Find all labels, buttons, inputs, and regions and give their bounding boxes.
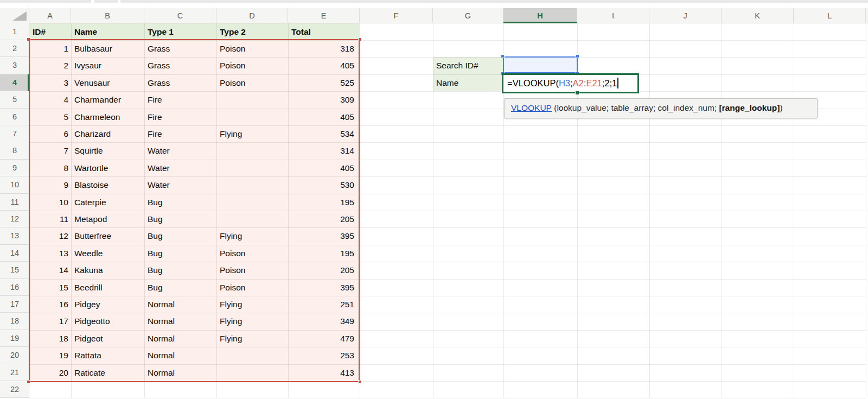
range-handle-bottom-left[interactable] (27, 380, 30, 384)
function-hint-tooltip: VLOOKUP (lookup_value; table_array; col_… (504, 98, 818, 118)
reference-handle-top-left[interactable] (501, 54, 505, 58)
formula-segment: =VLOOKUP( (507, 78, 559, 88)
range-handle-top-right[interactable] (358, 37, 362, 41)
tooltip-signature-text: (lookup_value; table_array; col_index_nu… (552, 103, 719, 113)
tooltip-signature-text: [range_lookup] (719, 103, 780, 113)
formula-editor-cell-h4[interactable]: =VLOOKUP(H3;A2:E21;2;1 (502, 73, 639, 93)
range-handle-top-left[interactable] (27, 37, 30, 41)
formula-range-highlight-a2-e21 (29, 39, 360, 382)
formula-segment: H3 (559, 78, 570, 88)
referenced-cell-h3[interactable] (503, 56, 578, 74)
fill-handle[interactable] (575, 91, 579, 95)
tooltip-signature-text: ) (780, 103, 782, 113)
vlookup-help-link[interactable]: VLOOKUP (511, 103, 552, 113)
text-caret (617, 78, 618, 88)
formula-segment: A2:E21 (573, 78, 602, 88)
overlays-layer: =VLOOKUP(H3;A2:E21;2;1VLOOKUP (lookup_va… (0, 0, 868, 399)
range-handle-bottom-right[interactable] (358, 380, 362, 384)
spreadsheet: ABCDEFGHIJKL1234567891011121314151617181… (0, 0, 868, 399)
reference-handle-top-right[interactable] (576, 54, 579, 58)
formula-segment: ;2;1 (602, 78, 617, 88)
